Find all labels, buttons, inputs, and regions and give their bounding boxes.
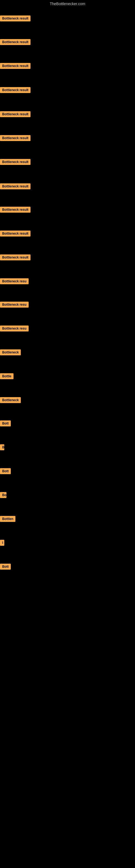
bottleneck-badge-15: Bottleneck (0, 349, 21, 356)
bottleneck-badge-6: Bottleneck result (0, 135, 31, 142)
bottleneck-badge-16: Bottle (0, 373, 13, 380)
bottleneck-label-22: Bottlen (0, 516, 15, 522)
bottleneck-label-4: Bottleneck result (0, 87, 31, 93)
bottleneck-badge-2: Bottleneck result (0, 39, 31, 46)
bottleneck-label-15: Bottleneck (0, 349, 21, 355)
bottleneck-label-13: Bottleneck resu (0, 302, 29, 308)
bottleneck-label-5: Bottleneck result (0, 111, 31, 117)
bottleneck-badge-14: Bottleneck resu (0, 326, 29, 333)
bottleneck-label-12: Bottleneck resu (0, 278, 29, 284)
bottleneck-label-3: Bottleneck result (0, 63, 31, 69)
bottleneck-badge-13: Bottleneck resu (0, 302, 29, 309)
bottleneck-badge-17: Bottleneck (0, 397, 21, 404)
bottleneck-badge-3: Bottleneck result (0, 63, 31, 70)
bottleneck-label-20: Bott (0, 468, 11, 474)
bottleneck-badge-22: Bottlen (0, 516, 15, 523)
site-title: TheBottlenecker.com (0, 0, 135, 8)
bottleneck-badge-21: Bo (0, 492, 6, 499)
bottleneck-badge-20: Bott (0, 468, 11, 475)
bottleneck-badge-23: I (0, 540, 4, 547)
bottleneck-badge-12: Bottleneck resu (0, 278, 29, 285)
bottleneck-badge-8: Bottleneck result (0, 183, 31, 190)
bottleneck-badge-11: Bottleneck result (0, 254, 31, 261)
bottleneck-label-1: Bottleneck result (0, 16, 31, 22)
bottleneck-label-9: Bottleneck result (0, 207, 31, 213)
bottleneck-label-7: Bottleneck result (0, 159, 31, 165)
bottleneck-label-14: Bottleneck resu (0, 326, 29, 332)
bottleneck-label-18: Bott (0, 421, 11, 426)
bottleneck-badge-1: Bottleneck result (0, 16, 31, 23)
bottleneck-badge-24: Bott (0, 564, 11, 571)
bottleneck-badge-10: Bottleneck result (0, 230, 31, 238)
bottleneck-label-10: Bottleneck result (0, 230, 31, 237)
bottleneck-label-17: Bottleneck (0, 397, 21, 403)
bottleneck-badge-19: B (0, 444, 4, 452)
bottleneck-label-19: B (0, 444, 4, 450)
bottleneck-label-21: Bo (0, 492, 6, 498)
bottleneck-badge-4: Bottleneck result (0, 87, 31, 94)
bottleneck-badge-18: Bott (0, 421, 11, 428)
bottleneck-label-23: I (0, 540, 4, 546)
bottleneck-badge-5: Bottleneck result (0, 111, 31, 118)
bottleneck-label-8: Bottleneck result (0, 183, 31, 189)
bottleneck-badge-7: Bottleneck result (0, 159, 31, 166)
bottleneck-label-16: Bottle (0, 373, 13, 379)
bottleneck-label-24: Bott (0, 564, 11, 569)
bottleneck-label-6: Bottleneck result (0, 135, 31, 141)
bottleneck-badge-9: Bottleneck result (0, 207, 31, 214)
bottleneck-label-11: Bottleneck result (0, 254, 31, 260)
bottleneck-label-2: Bottleneck result (0, 39, 31, 45)
